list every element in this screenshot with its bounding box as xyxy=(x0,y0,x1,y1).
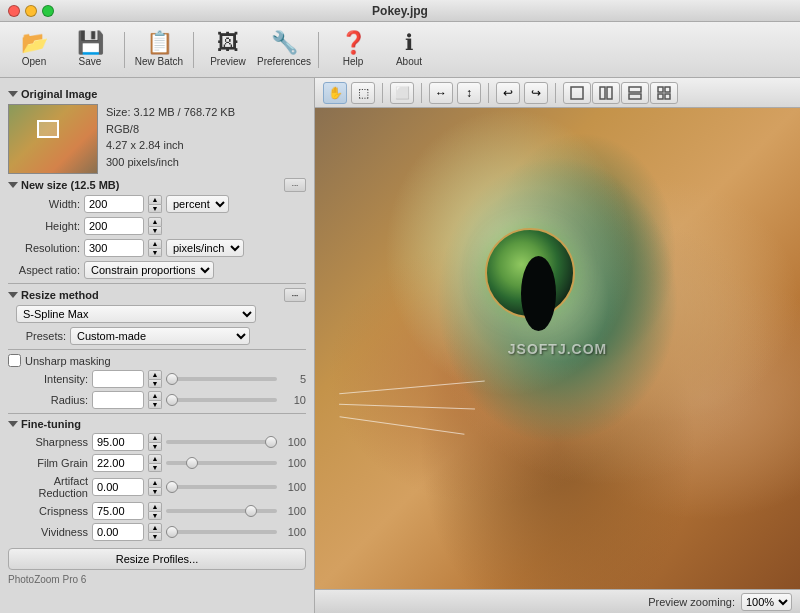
artifact-stepper-down[interactable]: ▼ xyxy=(148,488,162,497)
resolution-label: Resolution: xyxy=(8,242,80,254)
svg-rect-6 xyxy=(665,87,670,92)
film-grain-stepper[interactable]: ▲ ▼ xyxy=(148,454,162,472)
help-button[interactable]: ❓ Help xyxy=(327,26,379,74)
svg-rect-0 xyxy=(571,87,583,99)
close-button[interactable] xyxy=(8,5,20,17)
crispness-stepper-down[interactable]: ▼ xyxy=(148,512,162,521)
vividness-stepper[interactable]: ▲ ▼ xyxy=(148,523,162,541)
sharpness-stepper[interactable]: ▲ ▼ xyxy=(148,433,162,451)
crispness-input[interactable] xyxy=(92,502,144,520)
height-stepper[interactable]: ▲ ▼ xyxy=(148,217,162,235)
open-button[interactable]: 📂 Open xyxy=(8,26,60,74)
intensity-thumb[interactable] xyxy=(166,373,178,385)
split-v-icon xyxy=(599,86,613,100)
sharpness-stepper-up[interactable]: ▲ xyxy=(148,433,162,443)
flip-v-button[interactable]: ↕ xyxy=(457,82,481,104)
intensity-stepper[interactable]: ▲ ▼ xyxy=(148,370,162,388)
height-stepper-down[interactable]: ▼ xyxy=(148,227,162,236)
window-controls[interactable] xyxy=(8,5,54,17)
pan-tool-button[interactable]: ✋ xyxy=(323,82,347,104)
resolution-stepper-up[interactable]: ▲ xyxy=(148,239,162,249)
maximize-button[interactable] xyxy=(42,5,54,17)
width-input[interactable] xyxy=(84,195,144,213)
minimize-button[interactable] xyxy=(25,5,37,17)
radius-stepper-down[interactable]: ▼ xyxy=(148,401,162,410)
aspect-ratio-select[interactable]: Constrain proportions Free Custom xyxy=(84,261,214,279)
crispness-stepper[interactable]: ▲ ▼ xyxy=(148,502,162,520)
presets-select[interactable]: Custom-made Default xyxy=(70,327,250,345)
window-title: Pokey.jpg xyxy=(372,4,428,18)
zoom-select[interactable]: 50% 75% 100% 150% 200% xyxy=(741,593,792,611)
radius-stepper-up[interactable]: ▲ xyxy=(148,391,162,401)
unsharp-masking-checkbox[interactable] xyxy=(8,354,21,367)
crispness-label: Crispness xyxy=(8,505,88,517)
resize-profiles-button[interactable]: Resize Profiles... xyxy=(8,548,306,570)
about-button[interactable]: ℹ About xyxy=(383,26,435,74)
artifact-input[interactable] xyxy=(92,478,144,496)
resize-method-options-button[interactable]: ··· xyxy=(284,288,306,302)
select-tool-button[interactable]: ⬚ xyxy=(351,82,375,104)
film-grain-input[interactable] xyxy=(92,454,144,472)
width-stepper-up[interactable]: ▲ xyxy=(148,195,162,205)
whisker3 xyxy=(340,417,465,436)
split-v-view-button[interactable] xyxy=(592,82,620,104)
rotate-right-button[interactable]: ↪ xyxy=(524,82,548,104)
intensity-stepper-down[interactable]: ▼ xyxy=(148,380,162,389)
help-icon: ❓ xyxy=(340,32,367,54)
intensity-track[interactable] xyxy=(166,377,277,381)
vividness-track[interactable] xyxy=(166,530,277,534)
artifact-thumb[interactable] xyxy=(166,481,178,493)
resolution-input[interactable] xyxy=(84,239,144,257)
vividness-input[interactable] xyxy=(92,523,144,541)
single-view-button[interactable] xyxy=(563,82,591,104)
height-input[interactable] xyxy=(84,217,144,235)
resolution-stepper[interactable]: ▲ ▼ xyxy=(148,239,162,257)
save-button[interactable]: 💾 Save xyxy=(64,26,116,74)
unit-select[interactable]: percent pixels inches cm xyxy=(166,195,229,213)
radius-thumb[interactable] xyxy=(166,394,178,406)
new-size-options-button[interactable]: ··· xyxy=(284,178,306,192)
intensity-stepper-up[interactable]: ▲ xyxy=(148,370,162,380)
resolution-stepper-down[interactable]: ▼ xyxy=(148,249,162,258)
svg-rect-5 xyxy=(658,87,663,92)
rotate-left-button[interactable]: ↩ xyxy=(496,82,520,104)
film-grain-stepper-down[interactable]: ▼ xyxy=(148,464,162,473)
preview-bottom-bar: Preview zooming: 50% 75% 100% 150% 200% xyxy=(315,589,800,613)
sharpness-thumb[interactable] xyxy=(265,436,277,448)
open-icon: 📂 xyxy=(21,32,48,54)
sharpness-input[interactable] xyxy=(92,433,144,451)
artifact-track[interactable] xyxy=(166,485,277,489)
width-stepper-down[interactable]: ▼ xyxy=(148,205,162,214)
preview-button[interactable]: 🖼 Preview xyxy=(202,26,254,74)
crop-tool-button[interactable]: ⬜ xyxy=(390,82,414,104)
width-stepper[interactable]: ▲ ▼ xyxy=(148,195,162,213)
intensity-input[interactable] xyxy=(92,370,144,388)
crispness-thumb[interactable] xyxy=(245,505,257,517)
crispness-track[interactable] xyxy=(166,509,277,513)
new-batch-button[interactable]: 📋 New Batch xyxy=(133,26,185,74)
sharpness-max: 100 xyxy=(281,436,306,448)
preferences-button[interactable]: 🔧 Preferences xyxy=(258,26,310,74)
radius-track[interactable] xyxy=(166,398,277,402)
vividness-thumb[interactable] xyxy=(166,526,178,538)
vividness-stepper-up[interactable]: ▲ xyxy=(148,523,162,533)
split-h-view-button[interactable] xyxy=(621,82,649,104)
sharpness-stepper-down[interactable]: ▼ xyxy=(148,443,162,452)
resize-method-label: Resize method xyxy=(21,289,99,301)
resize-method-select[interactable]: S-Spline Max S-Spline Bicubic Bilinear xyxy=(16,305,256,323)
film-grain-track[interactable] xyxy=(166,461,277,465)
flip-h-button[interactable]: ↔ xyxy=(429,82,453,104)
vividness-stepper-down[interactable]: ▼ xyxy=(148,533,162,542)
film-grain-stepper-up[interactable]: ▲ xyxy=(148,454,162,464)
artifact-stepper[interactable]: ▲ ▼ xyxy=(148,478,162,496)
resolution-unit-select[interactable]: pixels/inch pixels/cm xyxy=(166,239,244,257)
quad-view-button[interactable] xyxy=(650,82,678,104)
crispness-stepper-up[interactable]: ▲ xyxy=(148,502,162,512)
radius-input[interactable] xyxy=(92,391,144,409)
artifact-stepper-up[interactable]: ▲ xyxy=(148,478,162,488)
sharpness-track[interactable] xyxy=(166,440,277,444)
film-grain-thumb[interactable] xyxy=(186,457,198,469)
artifact-label: Artifact Reduction xyxy=(8,475,88,499)
radius-stepper[interactable]: ▲ ▼ xyxy=(148,391,162,409)
height-stepper-up[interactable]: ▲ xyxy=(148,217,162,227)
